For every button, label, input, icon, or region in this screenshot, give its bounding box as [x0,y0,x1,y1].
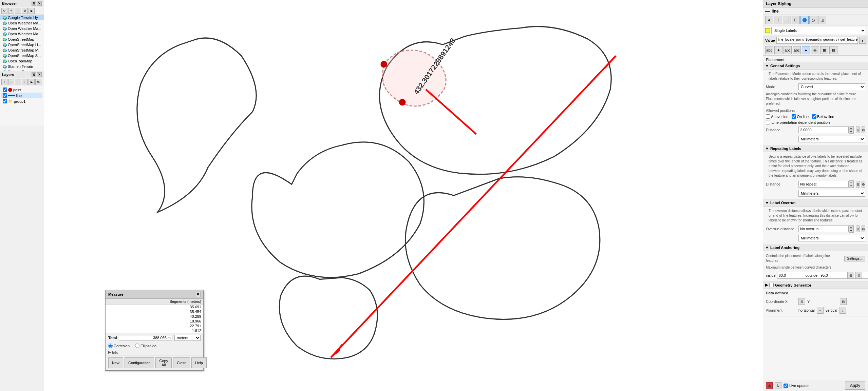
overrun-settings-btn[interactable]: ⚙ [862,226,865,232]
layer-group1[interactable]: 📁 group1 [1,98,42,104]
distance-settings-btn[interactable]: ⚙ [862,126,865,133]
alignment-v-btn[interactable]: ↕ [839,307,846,314]
configuration-button[interactable]: Configuration [125,357,154,368]
distance-unit-select[interactable]: Millimeters Pixels Points [798,136,865,142]
reload-icon[interactable]: ↻ [775,382,781,389]
layers-filter-btn[interactable]: ▶ [29,79,35,85]
browser-item-openweather-2[interactable]: 🌍 Open Weather Ma... [0,26,44,31]
geometry-generator-checkbox[interactable] [769,283,774,287]
distance-data-defined-btn[interactable]: ⊟ [856,126,860,133]
label-mode-select[interactable]: Single Labels No Labels Rule-based Label… [771,27,866,34]
browser-item-osm-m[interactable]: 🌍 OpenStreetMap M... [0,47,44,53]
repeat-unit-select[interactable]: Millimeters Pixels Points [798,190,865,197]
coord-x-data-btn[interactable]: ⊟ [798,298,805,305]
callouts-tab2[interactable]: ⊞ [820,46,828,54]
repeat-data-defined-btn[interactable]: ⊟ [856,181,860,188]
below-line-option[interactable]: Below line [812,114,834,119]
browser-settings-btn[interactable]: ⚙ [22,8,28,14]
alignment-h-btn[interactable]: ↔ [817,307,824,314]
repeat-up-btn[interactable]: ▲ [849,181,853,184]
below-line-checkbox[interactable] [812,114,816,119]
browser-item-google-terrain[interactable]: 🌍 Google Terrain Hy... [0,15,44,20]
style-tab-callouts[interactable]: ◫ [818,16,826,24]
angle-data-defined-btn[interactable]: ⊟ [847,272,854,279]
browser-item-openweather-3[interactable]: 🌍 Open Weather Ma... [0,31,44,37]
buffer-tab[interactable]: abc [784,46,792,54]
layer-line-checkbox[interactable] [3,93,7,98]
repeating-labels-header[interactable]: ▼ Repeating Labels [763,145,868,152]
style-tab-rendering[interactable]: ◎ [809,16,817,24]
ellipsoidal-label[interactable]: Ellipsoidal [135,344,157,348]
label-overrun-header[interactable]: ▼ Label Overrun [763,199,868,207]
style-tab-shadow[interactable]: ☐ [792,16,800,24]
above-line-option[interactable]: Above line [766,114,788,119]
measure-info-row[interactable]: ▶ Info [106,349,203,355]
apply-button[interactable]: Apply [845,382,865,390]
live-update-checkbox[interactable] [784,384,788,388]
new-button[interactable]: New [108,357,123,368]
angle-settings-btn[interactable]: ⚙ [855,272,862,279]
layer-line[interactable]: line [1,93,42,98]
line-orientation-checkbox[interactable] [766,120,770,124]
background-tab[interactable]: abc [793,46,801,54]
cartesian-label[interactable]: Cartesian [108,344,130,348]
layers-up-btn[interactable]: ↑ [15,79,21,85]
general-settings-header[interactable]: ▼ General Settings [763,62,868,70]
layers-close-btn[interactable]: ✕ [37,72,42,77]
browser-refresh-btn[interactable]: ↻ [1,8,7,14]
overrun-distance-input[interactable] [798,226,849,232]
help-button[interactable]: Help [191,357,207,368]
style-tab-color[interactable]: A [765,16,773,24]
browser-float-btn[interactable]: ⧉ [32,1,36,6]
repeat-distance-input[interactable] [798,181,849,188]
browser-item-stamen-toner[interactable]: 🌍 Stamen Toner [0,69,44,71]
repeat-settings-btn[interactable]: ⚙ [862,181,865,188]
layers-remove-btn[interactable]: − [8,79,14,85]
browser-filter-btn[interactable]: ▶ [29,8,35,14]
distance-input[interactable] [798,126,849,133]
text-tab[interactable]: abc [765,46,773,54]
overrun-down-btn[interactable]: ▼ [849,229,853,232]
format-tab[interactable]: ✦ [774,46,782,54]
layer-group1-checkbox[interactable] [3,99,7,103]
layers-float-btn[interactable]: ⧉ [32,72,36,77]
overrun-unit-select[interactable]: Millimeters Pixels Points [798,235,865,241]
browser-item-osm-s[interactable]: 🌍 OpenStreetMap S... [0,53,44,58]
mode-select[interactable]: Curved Parallel Horizontal [798,83,865,90]
coord-y-data-btn[interactable]: ⊟ [840,298,847,305]
layers-down-btn[interactable]: ↓ [22,79,28,85]
browser-item-opentopo[interactable]: 🌍 OpenTopoMap [0,58,44,64]
layers-add-btn[interactable]: + [1,79,7,85]
ellipsoidal-radio[interactable] [135,344,139,348]
layers-more-btn[interactable]: ≫ [35,79,41,85]
layer-point-checkbox[interactable] [3,87,7,92]
browser-add-btn[interactable]: + [8,8,14,14]
measure-close-btn[interactable]: ✕ [195,292,201,297]
on-line-option[interactable]: On line [792,114,809,119]
placement-tab[interactable]: ● [802,46,810,54]
on-line-checkbox[interactable] [792,114,796,119]
style-tab-text[interactable]: T [774,16,782,24]
warning-icon[interactable]: ⚠ [766,382,773,389]
above-line-checkbox[interactable] [766,114,770,119]
geometry-generator-header[interactable]: ▶ Geometry Generator [763,281,868,289]
expression-edit-btn[interactable]: ε [859,37,866,44]
live-update-label[interactable]: Live update [784,384,809,388]
layer-point[interactable]: point [1,87,42,93]
unit-select[interactable]: meters kilometers feet [174,335,201,341]
close-button[interactable]: Close [173,357,190,368]
browser-remove-btn[interactable]: − [15,8,21,14]
browser-item-osm[interactable]: 🌍 OpenStreetMap [0,37,44,42]
overrun-data-defined-btn[interactable]: ⊟ [856,226,860,232]
style-tab-buffer[interactable]: ⬜ [783,16,791,24]
data-defined-tab[interactable]: ⊟ [829,46,837,54]
map-canvas[interactable]: 432.3017229891243 Measure ✕ Segments (me… [44,0,763,391]
label-anchoring-header[interactable]: ▼ Label Anchoring [763,244,868,251]
style-tab-placement[interactable]: 🔵 [800,16,809,24]
distance-down-btn[interactable]: ▼ [849,130,853,133]
cartesian-radio[interactable] [108,344,113,348]
anchoring-settings-btn[interactable]: Settings... [844,256,865,261]
browser-item-stamen-terrain[interactable]: 🌍 Stamen Terrain [0,64,44,69]
browser-close-btn[interactable]: ✕ [37,1,42,6]
overrun-up-btn[interactable]: ▲ [849,226,853,229]
